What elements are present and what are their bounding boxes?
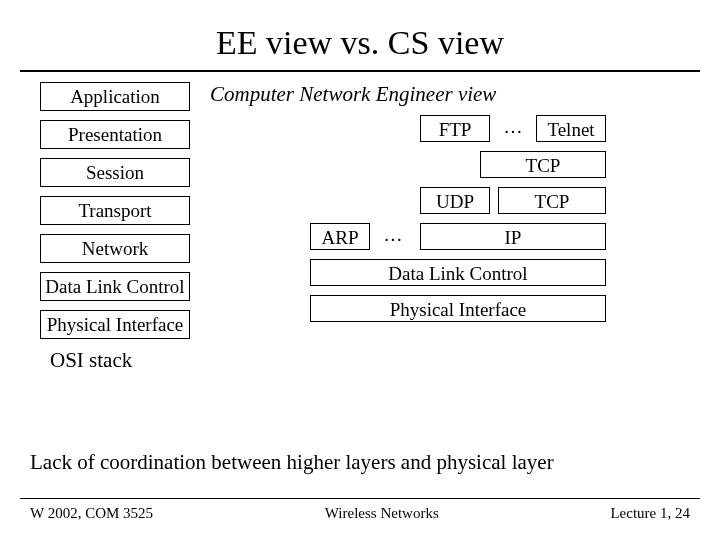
cne-box-phy: Physical Interface	[310, 295, 606, 322]
footer-right: Lecture 1, 24	[610, 505, 690, 522]
slide-title: EE view vs. CS view	[0, 0, 720, 70]
footer-divider	[20, 498, 700, 499]
cne-apps-dots: …	[498, 115, 528, 142]
cne-row-dlc: Data Link Control	[210, 259, 680, 286]
cne-row-phy: Physical Interface	[210, 295, 680, 322]
cne-box-ip: IP	[420, 223, 606, 250]
cne-network-dots: …	[378, 223, 408, 250]
cne-row-transport: UDP TCP	[210, 187, 680, 214]
cne-box-tcp-wide: TCP	[480, 151, 606, 178]
cne-row-tcp-wide: TCP	[210, 151, 680, 178]
osi-layer-presentation: Presentation	[40, 120, 190, 149]
cne-box-telnet: Telnet	[536, 115, 606, 142]
cne-box-udp: UDP	[420, 187, 490, 214]
cne-box-tcp: TCP	[498, 187, 606, 214]
footer-left: W 2002, COM 3525	[30, 505, 153, 522]
osi-layer-session: Session	[40, 158, 190, 187]
osi-layer-physical: Physical Interface	[40, 310, 190, 339]
cne-box-arp: ARP	[310, 223, 370, 250]
osi-stack-label: OSI stack	[50, 348, 190, 373]
osi-layer-application: Application	[40, 82, 190, 111]
cne-title: Computer Network Engineer view	[210, 82, 680, 107]
slide-footer: W 2002, COM 3525 Wireless Networks Lectu…	[0, 498, 720, 522]
body-text: Lack of coordination between higher laye…	[30, 450, 690, 475]
osi-layer-network: Network	[40, 234, 190, 263]
cne-column: Computer Network Engineer view FTP … Tel…	[210, 82, 680, 331]
cne-box-dlc: Data Link Control	[310, 259, 606, 286]
cne-row-network: ARP … IP	[210, 223, 680, 250]
title-divider	[20, 70, 700, 72]
osi-stack-column: Application Presentation Session Transpo…	[40, 82, 190, 373]
footer-center: Wireless Networks	[325, 505, 439, 522]
osi-layer-dlc: Data Link Control	[40, 272, 190, 301]
content-area: Application Presentation Session Transpo…	[20, 82, 700, 432]
cne-box-ftp: FTP	[420, 115, 490, 142]
cne-row-apps: FTP … Telnet	[210, 115, 680, 142]
osi-layer-transport: Transport	[40, 196, 190, 225]
